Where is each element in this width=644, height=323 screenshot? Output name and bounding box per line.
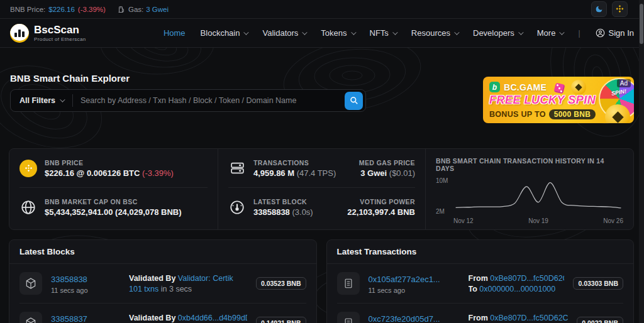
document-icon <box>337 312 360 323</box>
network-stats-card: BNB PRICE $226.16 @ 0.006126 BTC (-3.39%… <box>9 148 634 230</box>
bcgame-logo-icon: b <box>489 82 500 92</box>
block-number-link[interactable]: 33858838 <box>51 275 87 284</box>
bnb-price-stat-change: (-3.39%) <box>142 168 174 178</box>
transaction-row: 0x105af277a2ec1... 11 secs ago From 0xBe… <box>327 264 634 303</box>
stat-label: MED GAS PRICE <box>359 159 415 167</box>
bscscan-logo-icon <box>10 24 29 43</box>
nav-item-developers[interactable]: Developers <box>473 28 522 38</box>
bnb-coin-icon <box>571 80 586 95</box>
scrollbar-thumb[interactable] <box>640 4 643 44</box>
nav-item-blockchain[interactable]: Blockchain <box>201 28 248 38</box>
navbar: BscScan Product of Etherscan Home Blockc… <box>0 19 644 48</box>
nav-item-home[interactable]: Home <box>164 28 186 38</box>
latest-block-stat: 33858838 <box>253 207 290 217</box>
tx-age: 11 secs ago <box>369 287 460 294</box>
nav-item-validators[interactable]: Validators <box>262 28 306 38</box>
scrollbar <box>639 0 644 323</box>
server-icon <box>228 160 246 176</box>
chevron-down-icon <box>60 97 65 102</box>
moon-icon <box>595 5 603 13</box>
voting-power-stat: 22,103,997.4 BNB <box>347 207 415 217</box>
search-filter-dropdown[interactable]: All Filters <box>11 90 72 111</box>
x-axis-tick: Nov 26 <box>603 217 623 224</box>
bnb-price-label: BNB Price: <box>10 6 45 13</box>
block-row: 33858838 11 secs ago Validated By Valida… <box>9 264 316 303</box>
brand-subtitle: Product of Etherscan <box>34 36 86 42</box>
nav-item-more[interactable]: More <box>537 28 564 38</box>
tx-hash-link[interactable]: 0xc723fe20d05d7... <box>369 314 440 323</box>
stat-label: VOTING POWER <box>347 198 415 205</box>
tx-from-link[interactable]: 0xBe807D...fc50D62C <box>490 314 568 322</box>
topbar: BNB Price: $226.16 (-3.39%) Gas: 3 Gwei <box>0 0 644 19</box>
x-axis-tick: Nov 12 <box>453 217 474 224</box>
search-bar: All Filters <box>10 89 366 112</box>
latest-blocks-title: Latest Blocks <box>9 240 316 264</box>
bnb-token-icon <box>19 160 37 177</box>
gas-label: Gas: <box>128 6 143 13</box>
chevron-down-icon <box>454 30 459 35</box>
stat-label: TRANSACTIONS <box>253 159 336 167</box>
page-title: BNB Smart Chain Explorer <box>10 73 366 84</box>
nav-item-nfts[interactable]: NFTs <box>370 28 396 38</box>
chevron-down-icon <box>392 30 397 35</box>
validator-link[interactable]: 0xb4dd66...d4b99dD4 <box>178 314 247 322</box>
latest-transactions-card: Latest Transactions 0x105af277a2ec1... 1… <box>326 239 635 323</box>
dice-icon <box>553 82 565 94</box>
tx-to-link[interactable]: 0x000000...00001000 <box>479 285 555 293</box>
block-reward-badge: 0.14921 BNB <box>256 317 306 323</box>
tx-from-link[interactable]: 0xBe807D...fc50D62C <box>490 274 564 283</box>
line-chart <box>453 177 623 214</box>
nav-item-tokens[interactable]: Tokens <box>321 28 354 38</box>
gas-pump-icon <box>118 6 126 13</box>
bnb-icon <box>615 4 625 14</box>
network-switch-button[interactable] <box>612 1 628 17</box>
ad-bonus-text: BONUS UP TO <box>489 110 546 119</box>
ad-headline: FREE LUCKY SPIN <box>489 94 596 107</box>
chart-title: BNB SMART CHAIN TRANSACTION HISTORY IN 1… <box>436 157 623 172</box>
validator-link[interactable]: Validator: Certik <box>178 274 233 283</box>
block-txn-time: in 3 secs <box>161 285 192 293</box>
brand-name: BscScan <box>34 25 86 35</box>
y-axis-tick: 2M <box>436 208 453 215</box>
tx-amount-badge: 0.0022 BNB <box>577 317 623 323</box>
transactions-stat: 4,959.86 M <box>253 168 294 178</box>
block-txns-link[interactable]: 101 txns <box>129 285 158 293</box>
theme-toggle-button[interactable] <box>591 1 607 17</box>
tx-hash-link[interactable]: 0x105af277a2ec1... <box>369 275 440 284</box>
nav-divider: | <box>578 29 580 38</box>
bnb-price-link[interactable]: $226.16 <box>48 6 75 13</box>
nav-item-resources[interactable]: Resources <box>411 28 458 38</box>
ad-banner[interactable]: SPIN! b BC.GAME FREE LUCKY SPIN BONUS UP… <box>483 77 634 123</box>
chevron-down-icon <box>351 30 356 35</box>
block-number-link[interactable]: 33858837 <box>51 314 87 323</box>
block-time-stat: (3.0s) <box>292 207 313 217</box>
tx-amount-badge: 0.03303 BNB <box>573 277 623 290</box>
search-icon <box>350 96 358 105</box>
main-menu: Home Blockchain Validators Tokens NFTs R… <box>164 28 634 38</box>
gas-tracker-link[interactable]: 3 Gwei <box>146 6 169 13</box>
market-cap-stat: $5,434,352,941.00 (24,029,078 BNB) <box>45 207 182 217</box>
chevron-down-icon <box>244 30 249 35</box>
chevron-down-icon <box>302 30 307 35</box>
brand-logo-link[interactable]: BscScan Product of Etherscan <box>10 24 86 43</box>
search-button[interactable] <box>345 92 363 110</box>
bnb-price-change: (-3.39%) <box>78 6 106 13</box>
sign-in-button[interactable]: Sign In <box>596 28 634 38</box>
latest-blocks-card: Latest Blocks 33858838 11 secs ago Valid… <box>9 239 317 323</box>
gas-price-usd: ($0.01) <box>389 168 415 178</box>
stat-label: BNB PRICE <box>45 159 174 167</box>
x-axis-tick: Nov 19 <box>528 217 548 224</box>
ad-bonus-amount: 5000 BNB <box>549 109 596 119</box>
chevron-down-icon <box>518 30 523 35</box>
globe-icon <box>19 199 37 216</box>
gas-price-stat: 3 Gwei <box>360 168 387 178</box>
cube-icon <box>19 272 42 295</box>
block-age: 11 secs ago <box>51 287 120 294</box>
block-row: 33858837 14 secs ago Validated By 0xb4dd… <box>9 304 316 323</box>
person-icon <box>596 28 605 38</box>
stat-label: LATEST BLOCK <box>253 198 313 205</box>
gauge-icon <box>228 199 246 216</box>
search-input[interactable] <box>73 96 345 105</box>
cube-icon <box>19 312 42 323</box>
document-icon <box>337 272 360 295</box>
